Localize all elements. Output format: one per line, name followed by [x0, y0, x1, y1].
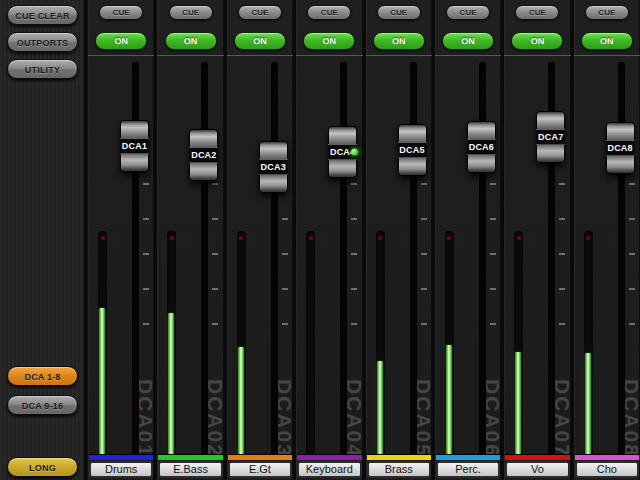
clip-indicator-dot	[516, 235, 521, 240]
on-button[interactable]: ON	[234, 32, 286, 50]
level-meter	[237, 231, 246, 457]
cue-button[interactable]: CUE	[99, 5, 143, 20]
dca-bank-1-8-button[interactable]: DCA 1-8	[7, 366, 78, 386]
on-button[interactable]: ON	[373, 32, 425, 50]
fader-knob-label: DCA8	[606, 140, 635, 156]
fader-scale-tick	[421, 253, 427, 255]
fader-knob[interactable]: DCA2	[189, 129, 218, 181]
fader-scale-tick	[351, 218, 357, 220]
fader-scale-tick	[629, 183, 635, 185]
long-faders-button[interactable]: LONG FADERS	[7, 457, 78, 477]
fader-knob[interactable]: DCA4	[328, 126, 357, 178]
on-button[interactable]: ON	[165, 32, 217, 50]
cue-button[interactable]: CUE	[515, 5, 559, 20]
fader-scale-tick	[282, 218, 288, 220]
cue-button[interactable]: CUE	[238, 5, 282, 20]
fader-knob[interactable]: DCA1	[120, 120, 149, 172]
channel-name[interactable]: E.Gt	[229, 462, 291, 477]
cue-button[interactable]: CUE	[307, 5, 351, 20]
meter-level-bar	[99, 308, 105, 455]
fader-knob-label: DCA6	[467, 139, 496, 155]
on-button[interactable]: ON	[511, 32, 563, 50]
channel-name[interactable]: Perc.	[437, 462, 499, 477]
fader-scale-tick	[559, 218, 565, 220]
fader-scale-tick	[490, 288, 496, 290]
fader-scale-tick	[143, 323, 149, 325]
strip-divider	[435, 55, 501, 56]
fader-track[interactable]	[271, 62, 278, 456]
fader-knob-label: DCA7	[536, 129, 565, 145]
clip-indicator-dot	[100, 235, 105, 240]
outports-button[interactable]: OUTPORTS	[7, 32, 78, 52]
fader-scale-tick	[629, 323, 635, 325]
fader-scale-tick	[421, 323, 427, 325]
level-meter	[584, 231, 593, 457]
on-button[interactable]: ON	[581, 32, 633, 50]
channel-name[interactable]: E.Bass	[159, 462, 221, 477]
cue-button[interactable]: CUE	[377, 5, 421, 20]
dca-channel-strip: CUE ON DCA06 DCA6 Perc.	[435, 0, 501, 480]
dca-channel-strip: CUE ON DCA03 DCA3 E.Gt	[227, 0, 293, 480]
cue-button[interactable]: CUE	[585, 5, 629, 20]
level-meter	[514, 231, 523, 457]
level-meter	[306, 231, 315, 457]
clip-indicator-dot	[169, 235, 174, 240]
fader-scale-tick	[559, 183, 565, 185]
channel-name[interactable]: Keyboard	[298, 462, 360, 477]
fader-scale-tick	[559, 288, 565, 290]
on-button[interactable]: ON	[303, 32, 355, 50]
fader-scale-tick	[629, 288, 635, 290]
fader-scale-tick	[212, 253, 218, 255]
fader-scale-tick	[351, 253, 357, 255]
fader-knob[interactable]: DCA3	[259, 141, 288, 193]
on-button[interactable]: ON	[442, 32, 494, 50]
fader-track[interactable]	[410, 62, 417, 456]
cue-clear-button[interactable]: CUE CLEAR	[7, 5, 78, 25]
cue-button[interactable]: CUE	[446, 5, 490, 20]
fader-scale-tick	[143, 253, 149, 255]
strip-divider	[366, 55, 432, 56]
dca-bank-9-16-button[interactable]: DCA 9-16	[7, 395, 78, 415]
channel-color-bar	[436, 454, 500, 460]
fader-scale-tick	[490, 323, 496, 325]
channel-name[interactable]: Cho	[576, 462, 638, 477]
fader-track[interactable]	[340, 62, 347, 456]
channel-name[interactable]: Vo	[506, 462, 568, 477]
fader-scale-tick	[421, 183, 427, 185]
fader-track[interactable]	[201, 62, 208, 456]
fader-scale-tick	[421, 218, 427, 220]
fader-scale-tick	[351, 183, 357, 185]
meter-level-bar	[238, 347, 244, 455]
fader-scale-tick	[490, 253, 496, 255]
fader-scale-tick	[212, 288, 218, 290]
meter-level-bar	[168, 313, 174, 455]
channel-color-bar	[297, 454, 361, 460]
cue-button[interactable]: CUE	[169, 5, 213, 20]
fader-scale-tick	[212, 323, 218, 325]
clip-indicator-dot	[239, 235, 244, 240]
channel-color-bar	[367, 454, 431, 460]
strip-divider	[88, 55, 154, 56]
fader-scale-tick	[490, 218, 496, 220]
fader-knob[interactable]: DCA5	[398, 124, 427, 176]
fader-knob-label: DCA1	[120, 138, 149, 154]
fader-scale-tick	[282, 253, 288, 255]
utility-button[interactable]: UTILITY	[7, 59, 78, 79]
meter-level-bar	[377, 361, 383, 455]
level-meter	[167, 231, 176, 457]
on-button[interactable]: ON	[95, 32, 147, 50]
channel-name[interactable]: Brass	[368, 462, 430, 477]
clip-indicator-dot	[308, 235, 313, 240]
channel-name[interactable]: Drums	[90, 462, 152, 477]
level-meter	[445, 231, 454, 457]
clip-indicator-dot	[586, 235, 591, 240]
fader-scale-tick	[212, 183, 218, 185]
strip-divider	[157, 55, 223, 56]
sidebar: CUE CLEAR OUTPORTS UTILITY DCA 1-8 DCA 9…	[0, 0, 86, 480]
fader-knob[interactable]: DCA8	[606, 122, 635, 174]
fader-knob[interactable]: DCA7	[536, 111, 565, 163]
dca-channel-strip: CUE ON DCA07 DCA7 Vo	[504, 0, 570, 480]
level-meter	[98, 231, 107, 457]
fader-knob[interactable]: DCA6	[467, 121, 496, 173]
channel-color-bar	[228, 454, 292, 460]
